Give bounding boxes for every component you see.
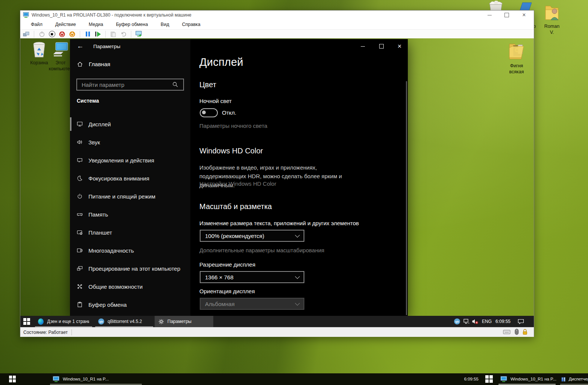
edge-icon [38, 318, 44, 325]
sidebar-item-label: Дисплей [88, 121, 111, 127]
vmconnect-menubar: Файл Действие Медиа Буфер обмена Вид Спр… [20, 20, 534, 30]
scale-label: Изменение размера текста, приложений и д… [199, 220, 359, 226]
taskbar-task-settings[interactable]: Параметры [155, 316, 213, 327]
settings-minimize-button[interactable] [357, 41, 369, 52]
scale-heading: Масштаб и разметка [199, 202, 272, 211]
menu-help[interactable]: Справка [178, 20, 204, 29]
sidebar-item-label: Общие возможности [88, 283, 143, 290]
orientation-dropdown[interactable]: Альбомная [200, 298, 304, 310]
sidebar-item-storage[interactable]: Память [70, 205, 190, 223]
chevron-down-icon [295, 301, 300, 306]
sidebar-section-title: Система [77, 98, 99, 104]
color-heading: Цвет [199, 80, 216, 89]
vm-start-button[interactable] [23, 318, 30, 325]
advanced-scaling-link[interactable]: Дополнительные параметры масштабирования [199, 247, 324, 253]
sidebar-item-sound[interactable]: Звук [70, 133, 190, 151]
page-title: Дисплей [199, 56, 243, 68]
start-vm-button[interactable] [38, 30, 46, 38]
host-task-underline [50, 384, 142, 385]
sidebar-item-shared-experiences[interactable]: Общие возможности [70, 277, 190, 296]
minimize-button[interactable] [483, 11, 496, 19]
task-active-underline [35, 326, 92, 327]
storage-icon [77, 211, 83, 217]
vm-screen: Корзина Этот компьютер Фигня всяк [20, 38, 534, 327]
hdr-settings-link[interactable]: Настройки Windows HD Color [199, 180, 276, 187]
host-task-vm-right[interactable]: Windows_10_R1 на P... [497, 373, 559, 385]
sidebar-item-label: Звук [88, 139, 100, 146]
sidebar-item-tablet[interactable]: Планшет [70, 223, 190, 241]
action-center-icon[interactable] [518, 319, 524, 326]
sidebar-item-label: Питание и спящий режим [88, 193, 155, 200]
chevron-down-icon [295, 274, 300, 279]
sidebar-item-projecting[interactable]: Проецирование на этот компьютер [70, 259, 190, 277]
menu-clipboard[interactable]: Буфер обмена [112, 20, 152, 29]
clipboard-icon [77, 302, 83, 308]
vmconnect-toolbar [20, 30, 534, 39]
host-taskbar: Windows_10_R1 на P... 6:09:55 Windows_10… [0, 373, 588, 385]
host-task-manager[interactable]: Диспетчер [559, 373, 588, 385]
moon-icon [77, 175, 83, 181]
sound-icon [77, 139, 83, 145]
tray-volume-muted-icon[interactable] [472, 318, 479, 326]
checkpoint-button[interactable] [109, 30, 117, 38]
turn-off-vm-button[interactable] [48, 30, 56, 38]
taskbar-task-qbittorrent[interactable]: qb qBittorrent v4.5.2 [94, 316, 154, 327]
host-task-vm-left[interactable]: Windows_10_R1 на P... [49, 373, 112, 385]
settings-close-button[interactable]: × [394, 41, 406, 52]
vmconnect-window: Windows_10_R1 на PROLIANT-DL380 - подклю… [20, 10, 534, 337]
night-light-toggle[interactable] [200, 108, 218, 117]
host-user-folder-label: Roman V. [542, 23, 562, 36]
settings-scrollbar[interactable] [406, 81, 407, 315]
settings-maximize-button[interactable] [375, 41, 387, 52]
search-input[interactable] [76, 79, 184, 91]
host-start-button[interactable] [9, 376, 16, 382]
menu-view[interactable]: Вид [157, 20, 173, 29]
pause-vm-button[interactable] [84, 30, 91, 38]
sidebar-item-clipboard[interactable]: Буфер обмена [70, 296, 190, 314]
host-task-label: Windows_10_R1 на P... [63, 373, 109, 385]
window-title: Windows_10_R1 на PROLIANT-DL380 - подклю… [32, 12, 191, 18]
settings-header: Параметры [93, 44, 120, 49]
hdr-heading: Windows HD Color [199, 147, 263, 155]
night-light-settings-link[interactable]: Параметры ночного света [199, 123, 267, 129]
vm-this-pc-label: Этот компьютер [49, 60, 73, 72]
task-label: qBittorrent v4.5.2 [108, 319, 142, 324]
scale-value: 100% (рекомендуется) [205, 233, 264, 239]
host-start-button-2[interactable] [485, 375, 493, 383]
tray-qbittorrent-icon[interactable]: qb [454, 318, 460, 324]
display-icon [77, 121, 83, 127]
sidebar-item-label: Проецирование на этот компьютер [88, 265, 180, 272]
home-icon [77, 61, 83, 67]
maximize-button[interactable] [500, 11, 513, 19]
sidebar-item-power-sleep[interactable]: Питание и спящий режим [70, 187, 190, 205]
vm-stuff-folder-icon[interactable]: Фигня всякая [501, 42, 532, 75]
tray-network-icon[interactable] [463, 319, 469, 326]
vmconnect-titlebar[interactable]: Windows_10_R1 на PROLIANT-DL380 - подклю… [20, 11, 534, 20]
tray-language[interactable]: ENG [482, 316, 492, 327]
tray-clock[interactable]: 6:09:55 [495, 316, 511, 327]
resume-vm-button[interactable] [94, 30, 102, 38]
reset-vm-button[interactable] [68, 30, 76, 38]
shutdown-vm-button[interactable] [58, 30, 66, 38]
scale-dropdown[interactable]: 100% (рекомендуется) [200, 230, 304, 242]
host-clock[interactable]: 6:09:55 [451, 373, 479, 385]
sidebar-item-focus-assist[interactable]: Фокусировка внимания [70, 169, 190, 187]
sidebar-item-multitasking[interactable]: Многозадачность [70, 241, 190, 259]
close-button[interactable]: × [518, 11, 530, 19]
sidebar-item-display[interactable]: Дисплей [70, 115, 190, 133]
ctrl-alt-del-button[interactable] [23, 30, 30, 38]
menu-media[interactable]: Медиа [85, 20, 107, 29]
host-user-folder-icon[interactable]: Roman V. [542, 3, 562, 36]
enhanced-session-button[interactable] [135, 30, 143, 38]
sidebar-item-notifications[interactable]: Уведомления и действия [70, 151, 190, 169]
taskbar-task-edge[interactable]: Дзен и еще 1 страни... [34, 316, 93, 327]
menu-file[interactable]: Файл [27, 20, 46, 29]
sidebar-item-home[interactable]: Главная [77, 61, 110, 67]
search-icon[interactable] [172, 82, 178, 89]
gear-icon [158, 319, 164, 324]
night-light-label: Ночной свет [199, 98, 232, 104]
resolution-dropdown[interactable]: 1366 × 768 [200, 271, 304, 283]
menu-action[interactable]: Действие [52, 20, 80, 29]
revert-button[interactable] [120, 30, 127, 38]
back-button[interactable]: ← [77, 42, 84, 50]
